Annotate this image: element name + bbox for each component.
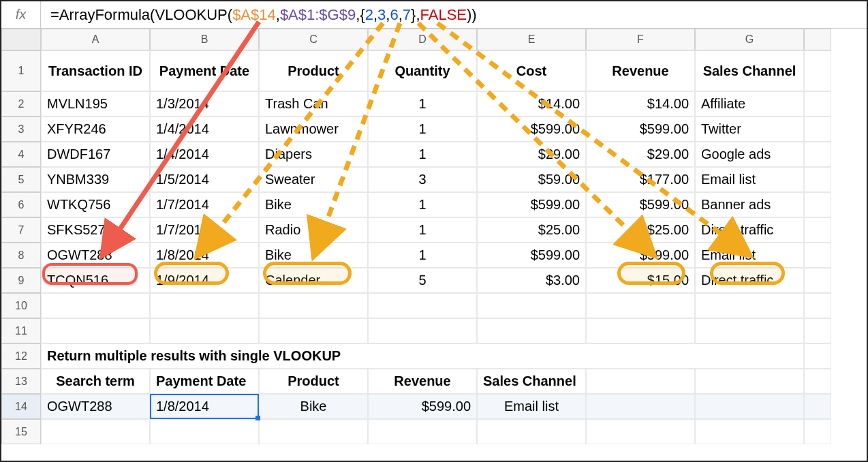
row-1[interactable]: 1: [1, 50, 41, 91]
cell-A2[interactable]: MVLN195: [41, 91, 150, 117]
cell-B2[interactable]: 1/3/2014: [150, 91, 259, 117]
cell-E9[interactable]: $3.00: [477, 268, 586, 293]
cell-G2[interactable]: Affiliate: [695, 91, 804, 117]
cell-G8[interactable]: Email list: [695, 243, 804, 268]
header-sales-channel[interactable]: Sales Channel: [695, 50, 804, 91]
cell-A3[interactable]: XFYR246: [41, 117, 150, 142]
cell-D5[interactable]: 3: [368, 167, 477, 192]
cell-A5[interactable]: YNBM339: [41, 167, 150, 192]
cell-D8[interactable]: 1: [368, 243, 477, 268]
row-8[interactable]: 8: [1, 243, 41, 268]
label-product[interactable]: Product: [259, 369, 368, 394]
cell-E8[interactable]: $599.00: [477, 243, 586, 268]
cell-D6[interactable]: 1: [368, 192, 477, 217]
row-2[interactable]: 2: [1, 91, 41, 117]
col-B[interactable]: B: [150, 29, 259, 50]
cell-E6[interactable]: $599.00: [477, 192, 586, 217]
label-payment-date[interactable]: Payment Date: [150, 369, 259, 394]
header-revenue[interactable]: Revenue: [586, 50, 695, 91]
header-quantity[interactable]: Quantity: [368, 50, 477, 91]
cell-G9[interactable]: Direct traffic: [695, 268, 804, 293]
cell-D4[interactable]: 1: [368, 142, 477, 167]
cell-G4[interactable]: Google ads: [695, 142, 804, 167]
cell-A7[interactable]: SFKS527: [41, 217, 150, 243]
cell-E3[interactable]: $599.00: [477, 117, 586, 142]
spreadsheet-grid[interactable]: A B C D E F G 1 Transaction ID Payment D…: [1, 29, 867, 444]
select-all-corner[interactable]: [1, 29, 41, 50]
label-search-term[interactable]: Search term: [41, 369, 150, 394]
row-13[interactable]: 13: [1, 369, 41, 394]
cell-A4[interactable]: DWDF167: [41, 142, 150, 167]
cell-F6[interactable]: $599.00: [586, 192, 695, 217]
cell-F9[interactable]: $15.00: [586, 268, 695, 293]
cell-F7[interactable]: $25.00: [586, 217, 695, 243]
cell-D7[interactable]: 1: [368, 217, 477, 243]
cell-F3[interactable]: $599.00: [586, 117, 695, 142]
row-7[interactable]: 7: [1, 217, 41, 243]
cell-B9[interactable]: 1/9/2014: [150, 268, 259, 293]
header-transaction-id[interactable]: Transaction ID: [41, 50, 150, 91]
cell-F4[interactable]: $29.00: [586, 142, 695, 167]
cell-G6[interactable]: Banner ads: [695, 192, 804, 217]
row-4[interactable]: 4: [1, 142, 41, 167]
row-10[interactable]: 10: [1, 293, 41, 318]
cell-D2[interactable]: 1: [368, 91, 477, 117]
row-6[interactable]: 6: [1, 192, 41, 217]
row-3[interactable]: 3: [1, 117, 41, 142]
header-product[interactable]: Product: [259, 50, 368, 91]
cell-C8[interactable]: Bike: [259, 243, 368, 268]
cell-C14[interactable]: Bike: [259, 394, 368, 419]
cell-C7[interactable]: Radio: [259, 217, 368, 243]
row-12[interactable]: 12: [1, 343, 41, 369]
cell-D9[interactable]: 5: [368, 268, 477, 293]
cell-B3[interactable]: 1/4/2014: [150, 117, 259, 142]
row-11[interactable]: 11: [1, 318, 41, 343]
header-cost[interactable]: Cost: [477, 50, 586, 91]
col-extra[interactable]: [804, 29, 831, 50]
cell-E5[interactable]: $59.00: [477, 167, 586, 192]
cell-A9[interactable]: TCQN516: [41, 268, 150, 293]
cell-C2[interactable]: Trash Can: [259, 91, 368, 117]
cell-B4[interactable]: 1/4/2014: [150, 142, 259, 167]
cell-D14[interactable]: $599.00: [368, 394, 477, 419]
cell-A6[interactable]: WTKQ756: [41, 192, 150, 217]
label-revenue[interactable]: Revenue: [368, 369, 477, 394]
section-title[interactable]: Return multiple results with single VLOO…: [41, 343, 804, 369]
cell-G7[interactable]: Direct traffic: [695, 217, 804, 243]
col-G[interactable]: G: [695, 29, 804, 50]
row-5[interactable]: 5: [1, 167, 41, 192]
cell-F8[interactable]: $599.00: [586, 243, 695, 268]
cell-F2[interactable]: $14.00: [586, 91, 695, 117]
cell-C9[interactable]: Calender: [259, 268, 368, 293]
col-E[interactable]: E: [477, 29, 586, 50]
cell-G5[interactable]: Email list: [695, 167, 804, 192]
col-F[interactable]: F: [586, 29, 695, 50]
cell-B14[interactable]: 1/8/2014: [150, 394, 259, 419]
cell-A14[interactable]: OGWT288: [41, 394, 150, 419]
cell-F5[interactable]: $177.00: [586, 167, 695, 192]
cell-C3[interactable]: Lawnmower: [259, 117, 368, 142]
cell-E4[interactable]: $29.00: [477, 142, 586, 167]
cell-B7[interactable]: 1/7/2014: [150, 217, 259, 243]
cell-D3[interactable]: 1: [368, 117, 477, 142]
label-sales-channel[interactable]: Sales Channel: [477, 369, 586, 394]
col-C[interactable]: C: [259, 29, 368, 50]
cell-E7[interactable]: $25.00: [477, 217, 586, 243]
cell-B5[interactable]: 1/5/2014: [150, 167, 259, 192]
cell-C6[interactable]: Bike: [259, 192, 368, 217]
cell-G3[interactable]: Twitter: [695, 117, 804, 142]
cell-B6[interactable]: 1/7/2014: [150, 192, 259, 217]
formula-input[interactable]: =ArrayFormula(VLOOKUP($A$14,$A$1:$G$9,{2…: [41, 6, 867, 24]
cell-A8[interactable]: OGWT288: [41, 243, 150, 268]
cell-E14[interactable]: Email list: [477, 394, 586, 419]
row-9[interactable]: 9: [1, 268, 41, 293]
col-D[interactable]: D: [368, 29, 477, 50]
cell-E2[interactable]: $14.00: [477, 91, 586, 117]
col-A[interactable]: A: [41, 29, 150, 50]
cell-B8[interactable]: 1/8/2014: [150, 243, 259, 268]
row-14[interactable]: 14: [1, 394, 41, 419]
header-payment-date[interactable]: Payment Date: [150, 50, 259, 91]
cell-C5[interactable]: Sweater: [259, 167, 368, 192]
cell-C4[interactable]: Diapers: [259, 142, 368, 167]
row-15[interactable]: 15: [1, 419, 41, 444]
